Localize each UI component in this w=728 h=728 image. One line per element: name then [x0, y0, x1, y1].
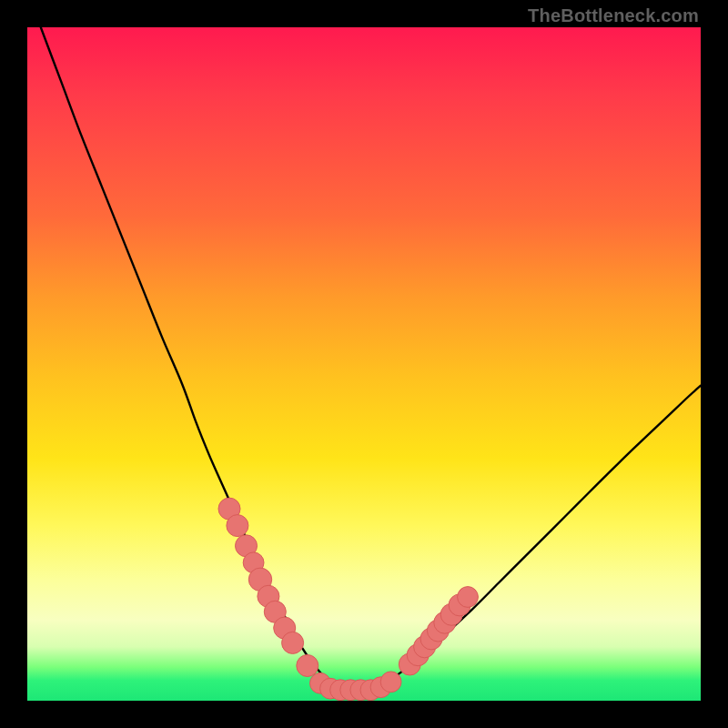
attribution-label: TheBottleneck.com: [528, 5, 699, 26]
plot-background: [27, 27, 701, 701]
chart-frame: TheBottleneck.com: [0, 0, 728, 728]
